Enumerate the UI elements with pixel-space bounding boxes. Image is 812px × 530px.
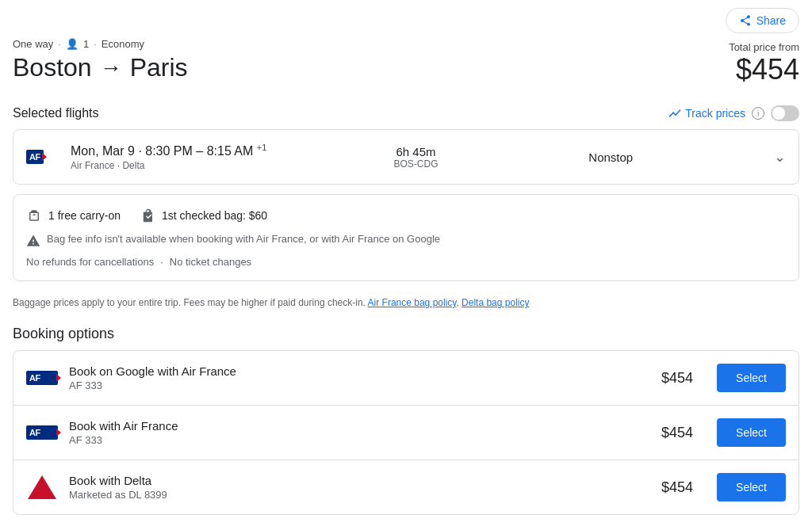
duration-time: 6h 45m bbox=[385, 145, 448, 158]
baggage-warning-text: Bag fee info isn't available when bookin… bbox=[47, 233, 440, 245]
option-3-logo bbox=[26, 475, 58, 499]
trip-title: Boston → Paris bbox=[13, 53, 188, 82]
flight-card: AF Mon, Mar 9 · 8:30 PM – 8:15 AM +1 Air… bbox=[13, 129, 799, 185]
top-bar: Share bbox=[0, 0, 812, 38]
option-3-name: Book with Delta bbox=[69, 474, 650, 487]
baggage-note: Baggage prices apply to your entire trip… bbox=[0, 291, 812, 319]
select-button-3[interactable]: Select bbox=[717, 473, 786, 501]
track-prices-area: Track prices i bbox=[668, 105, 799, 121]
origin-city: Boston bbox=[13, 53, 92, 82]
option-1-price: $454 bbox=[661, 370, 693, 387]
arrow-icon: → bbox=[100, 55, 122, 81]
delta-bag-policy-link[interactable]: Delta bag policy bbox=[462, 297, 529, 308]
select-button-2[interactable]: Select bbox=[717, 418, 786, 447]
header-right: Total price from $454 bbox=[729, 38, 799, 86]
carry-on-label: 1 free carry-on bbox=[48, 209, 121, 222]
arrive-time: 8:15 AM bbox=[207, 144, 254, 158]
option-3-code: Marketed as DL 8399 bbox=[69, 489, 650, 501]
depart-time: 8:30 PM bbox=[145, 144, 193, 158]
booking-options-card: AF Book on Google with Air France AF 333… bbox=[13, 350, 799, 515]
times-row: Mon, Mar 9 · 8:30 PM – 8:15 AM +1 bbox=[71, 143, 372, 158]
cabin-class: Economy bbox=[102, 38, 144, 50]
flight-stops: Nonstop bbox=[461, 151, 762, 164]
track-prices-icon bbox=[668, 106, 682, 120]
selected-flights-title: Selected flights bbox=[13, 106, 99, 120]
carry-on-icon bbox=[26, 208, 42, 223]
baggage-card: 1 free carry-on 1st checked bag: $60 Bag… bbox=[13, 194, 799, 281]
policy-row: No refunds for cancellations · No ticket… bbox=[26, 256, 786, 268]
share-button[interactable]: Share bbox=[726, 8, 799, 33]
destination-city: Paris bbox=[130, 53, 188, 82]
option-1-code: AF 333 bbox=[69, 379, 650, 391]
airlines-row: Air France · Delta bbox=[71, 160, 372, 171]
booking-option-2: AF Book with Air France AF 333 $454 Sele… bbox=[13, 406, 799, 460]
option-2-info: Book with Air France AF 333 bbox=[69, 419, 650, 446]
airline1: Air France bbox=[71, 160, 114, 171]
delta-logo-icon bbox=[28, 475, 56, 499]
booking-options-title: Booking options bbox=[13, 326, 799, 342]
expand-icon[interactable]: ⌄ bbox=[774, 148, 786, 166]
baggage-items-row: 1 free carry-on 1st checked bag: $60 bbox=[26, 208, 786, 223]
option-2-name: Book with Air France bbox=[69, 419, 650, 433]
option-1-logo: AF bbox=[26, 371, 58, 385]
track-prices-toggle[interactable] bbox=[771, 105, 799, 121]
trip-meta: One way · 👤 1 · Economy bbox=[13, 38, 188, 50]
duration-route: BOS-CDG bbox=[385, 158, 448, 170]
booking-section: Booking options AF Book on Google with A… bbox=[0, 319, 812, 515]
option-1-name: Book on Google with Air France bbox=[69, 364, 650, 378]
trip-type: One way bbox=[13, 38, 53, 50]
passengers: 1 bbox=[83, 38, 89, 50]
option-2-code: AF 333 bbox=[69, 434, 650, 446]
baggage-warning-row: Bag fee info isn't available when bookin… bbox=[26, 233, 786, 248]
checked-bag-icon bbox=[140, 208, 155, 223]
select-button-1[interactable]: Select bbox=[717, 364, 786, 392]
header-left: One way · 👤 1 · Economy Boston → Paris bbox=[13, 38, 188, 82]
flight-duration: 6h 45m BOS-CDG bbox=[385, 145, 448, 170]
booking-option-1: AF Book on Google with Air France AF 333… bbox=[13, 351, 799, 406]
person-icon: 👤 bbox=[66, 38, 79, 50]
air-france-logo-1: AF bbox=[26, 371, 58, 385]
day-offset: +1 bbox=[257, 143, 267, 152]
checked-bag-item: 1st checked bag: $60 bbox=[140, 208, 267, 223]
option-2-price: $454 bbox=[661, 425, 693, 441]
selected-flights-header: Selected flights Track prices i bbox=[0, 99, 812, 129]
option-3-info: Book with Delta Marketed as DL 8399 bbox=[69, 474, 650, 501]
baggage-note-text: Baggage prices apply to your entire trip… bbox=[13, 297, 366, 308]
header-section: One way · 👤 1 · Economy Boston → Paris T… bbox=[0, 38, 812, 99]
share-label: Share bbox=[756, 14, 786, 27]
airline2: Delta bbox=[122, 160, 144, 171]
booking-option-3: Book with Delta Marketed as DL 8399 $454… bbox=[13, 460, 799, 514]
flight-day: Mon, Mar 9 bbox=[71, 144, 135, 158]
price-label: Total price from bbox=[729, 41, 799, 53]
ticket-changes: No ticket changes bbox=[170, 256, 251, 268]
air-france-bag-policy-link[interactable]: Air France bag policy bbox=[368, 297, 457, 308]
airline-logo: AF bbox=[26, 150, 58, 164]
flight-row: AF Mon, Mar 9 · 8:30 PM – 8:15 AM +1 Air… bbox=[13, 130, 799, 184]
option-1-info: Book on Google with Air France AF 333 bbox=[69, 364, 650, 391]
warning-icon bbox=[26, 234, 40, 248]
flight-times: Mon, Mar 9 · 8:30 PM – 8:15 AM +1 Air Fr… bbox=[71, 143, 372, 171]
carry-on-item: 1 free carry-on bbox=[26, 208, 121, 223]
track-prices-label[interactable]: Track prices bbox=[668, 106, 745, 120]
total-price: $454 bbox=[729, 53, 799, 86]
air-france-logo-2: AF bbox=[26, 425, 58, 440]
refund-policy: No refunds for cancellations bbox=[26, 256, 154, 268]
option-2-logo: AF bbox=[26, 425, 58, 440]
checked-bag-label: 1st checked bag: $60 bbox=[162, 209, 267, 222]
track-prices-info-icon[interactable]: i bbox=[752, 107, 764, 120]
air-france-logo: AF bbox=[26, 150, 44, 164]
share-icon bbox=[739, 14, 752, 27]
option-3-price: $454 bbox=[661, 479, 693, 496]
